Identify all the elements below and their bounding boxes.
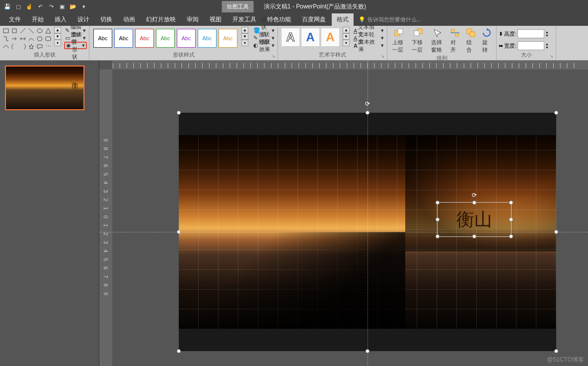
shape-line2-icon[interactable] (27, 27, 35, 34)
rotate-handle-icon[interactable]: ⟳ (364, 100, 371, 107)
dialog-launcher-icon[interactable]: ↘ (272, 54, 277, 59)
save-icon[interactable]: 💾 (4, 3, 11, 10)
width-input[interactable] (517, 41, 544, 50)
shape-arrow-icon[interactable] (10, 35, 18, 42)
menu-insert[interactable]: 插入 (50, 13, 72, 26)
resize-handle[interactable] (366, 349, 369, 353)
style-up-icon[interactable]: ▲ (241, 27, 248, 33)
shape-more-icon[interactable]: ⋯ (44, 43, 52, 50)
resize-handle[interactable] (472, 234, 476, 238)
shape-style-gallery[interactable]: Abc Abc Abc Abc Abc Abc Abc (91, 27, 239, 50)
slide-text[interactable]: 衡山 (438, 203, 511, 236)
resize-handle[interactable] (436, 218, 440, 221)
slide-thumbnail-1[interactable] (5, 66, 84, 110)
height-input[interactable] (517, 29, 544, 38)
shape-curve-icon[interactable] (27, 35, 35, 42)
spinner-icon[interactable]: ▲▼ (545, 42, 549, 49)
resize-handle[interactable] (177, 111, 181, 115)
resize-handle[interactable] (177, 349, 181, 353)
dialog-launcher-icon[interactable]: ↘ (550, 54, 555, 59)
menu-transition[interactable]: 切换 (95, 13, 117, 26)
style-preset-5[interactable]: Abc (177, 29, 196, 48)
touch-icon[interactable]: ☝ (26, 3, 33, 10)
text-box-selection[interactable]: 衡山 ⟳ (437, 202, 512, 237)
open-icon[interactable]: 📂 (70, 3, 76, 10)
wordart-gallery[interactable]: A A A (280, 27, 341, 48)
align-button[interactable]: 对齐 (447, 27, 462, 55)
shape-hex-icon[interactable] (36, 35, 44, 42)
shape-tri-icon[interactable] (44, 27, 52, 34)
text-effects-button[interactable]: A文本效果▾ (353, 42, 385, 49)
undo-icon[interactable]: ↶ (37, 3, 44, 10)
menu-slideshow[interactable]: 幻灯片放映 (141, 13, 181, 26)
wordart-3[interactable]: A (321, 28, 340, 47)
canvas-area[interactable]: ||||||||||||||||||||||||||||||||||||||||… (99, 61, 588, 366)
shape-line-icon[interactable] (19, 27, 27, 34)
wordart-1[interactable]: A (281, 28, 300, 47)
resize-handle[interactable] (436, 234, 440, 238)
redo-icon[interactable]: ↷ (48, 3, 55, 10)
slide-stage[interactable]: ⟳ 衡山 ⟳ (179, 113, 556, 351)
menu-dev[interactable]: 开发工具 (227, 13, 261, 26)
style-preset-2[interactable]: Abc (114, 29, 133, 48)
wa-more-icon[interactable]: ▾ (343, 40, 350, 46)
shape-round-icon[interactable] (44, 35, 52, 42)
menu-view[interactable]: 视图 (205, 13, 226, 26)
bring-forward-button[interactable]: 上移一层 (389, 27, 408, 55)
resize-handle[interactable] (509, 218, 513, 221)
resize-handle[interactable] (509, 234, 513, 238)
shape-gallery[interactable]: ⋯ (2, 27, 52, 50)
new-icon[interactable]: ▢ (15, 3, 22, 10)
svg-rect-7 (398, 29, 403, 34)
shape-square-icon[interactable] (10, 27, 18, 34)
menu-animation[interactable]: 动画 (118, 13, 140, 26)
spinner-icon[interactable]: ▲▼ (545, 30, 549, 37)
menu-home[interactable]: 开始 (27, 13, 49, 26)
resize-handle[interactable] (554, 230, 558, 234)
rotate-handle-icon[interactable]: ⟳ (471, 192, 478, 199)
menu-format[interactable]: 格式 (332, 13, 354, 26)
dialog-launcher-icon[interactable]: ↘ (381, 54, 386, 59)
wa-down-icon[interactable]: ▼ (343, 33, 350, 40)
wordart-2[interactable]: A (301, 28, 320, 47)
style-preset-3[interactable]: Abc (135, 29, 154, 48)
resize-handle[interactable] (509, 201, 513, 205)
style-preset-4[interactable]: Abc (156, 29, 175, 48)
style-preset-6[interactable]: Abc (198, 29, 217, 48)
shape-effects-button[interactable]: ◐形状效果▾ (252, 42, 276, 49)
shape-brace2-icon[interactable] (19, 43, 27, 50)
shape-elbow-icon[interactable] (2, 35, 10, 42)
gallery-more-icon[interactable]: ▾ (54, 40, 61, 46)
resize-handle[interactable] (554, 111, 558, 115)
shape-star-icon[interactable] (27, 43, 35, 50)
gallery-up-icon[interactable]: ▲ (54, 27, 61, 33)
style-preset-1[interactable]: Abc (93, 29, 112, 48)
merge-shapes-button[interactable]: ◉合并形状▾ (64, 42, 87, 49)
resize-handle[interactable] (436, 201, 440, 205)
menu-review[interactable]: 审阅 (182, 13, 204, 26)
style-more-icon[interactable]: ▾ (241, 40, 248, 46)
style-preset-7[interactable]: Abc (219, 29, 237, 48)
resize-handle[interactable] (472, 201, 476, 205)
wa-up-icon[interactable]: ▲ (343, 27, 350, 33)
gallery-down-icon[interactable]: ▼ (54, 33, 61, 40)
menu-baidu[interactable]: 百度网盘 (297, 13, 331, 26)
shape-oval-icon[interactable] (36, 27, 44, 34)
shape-darrow-icon[interactable] (19, 35, 27, 42)
resize-handle[interactable] (554, 349, 558, 353)
resize-handle[interactable] (177, 230, 181, 234)
qat-more-icon[interactable]: ▾ (80, 3, 87, 10)
style-down-icon[interactable]: ▼ (241, 33, 248, 40)
shape-brace-icon[interactable] (10, 43, 18, 50)
group-button[interactable]: 组合 (463, 27, 478, 55)
slideshow-icon[interactable]: ▣ (59, 3, 66, 10)
resize-handle[interactable] (366, 111, 369, 115)
menu-file[interactable]: 文件 (4, 13, 26, 26)
tell-me-search[interactable]: 💡 告诉我您想要做什么... (359, 16, 421, 23)
shape-callout-icon[interactable] (36, 43, 44, 50)
send-backward-button[interactable]: 下移一层 (409, 27, 427, 55)
shape-free-icon[interactable] (2, 43, 10, 50)
rotate-button[interactable]: 旋转 (479, 27, 494, 55)
shape-rect-icon[interactable] (2, 27, 10, 34)
selection-pane-button[interactable]: 选择窗格 (428, 27, 446, 55)
